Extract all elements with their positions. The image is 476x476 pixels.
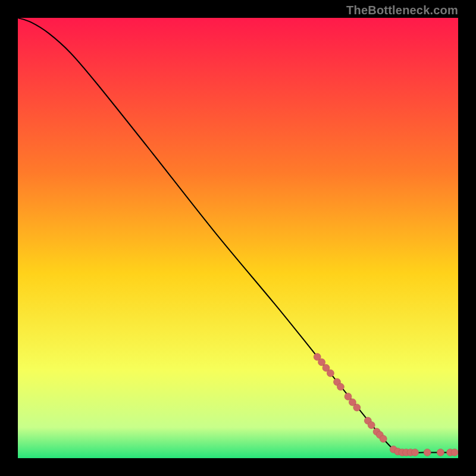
- data-marker: [368, 422, 375, 429]
- watermark-text: TheBottleneck.com: [346, 4, 458, 17]
- chart-frame: TheBottleneck.com: [0, 0, 476, 476]
- data-marker: [380, 435, 387, 442]
- data-marker: [337, 383, 344, 390]
- data-marker: [411, 449, 418, 456]
- plot-area: [18, 18, 458, 458]
- data-marker: [437, 449, 444, 456]
- data-marker: [353, 404, 361, 411]
- gradient-background: [18, 18, 458, 458]
- data-marker: [327, 369, 334, 377]
- data-marker: [424, 449, 431, 456]
- data-marker: [451, 449, 458, 456]
- chart-svg: [18, 18, 458, 458]
